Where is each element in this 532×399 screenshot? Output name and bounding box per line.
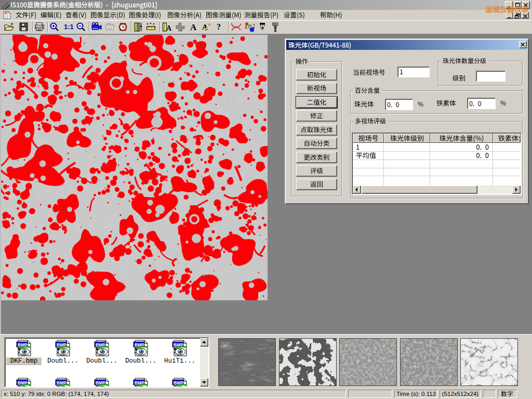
svg-text:1:1: 1:1 [64, 23, 74, 31]
svg-text:3: 3 [253, 23, 255, 29]
svg-text:A: A [166, 24, 172, 32]
svg-text:?: ? [217, 22, 221, 31]
svg-text:DOC: DOC [5, 12, 9, 15]
svg-text:A: A [190, 22, 197, 32]
svg-text:1: 1 [245, 24, 247, 30]
